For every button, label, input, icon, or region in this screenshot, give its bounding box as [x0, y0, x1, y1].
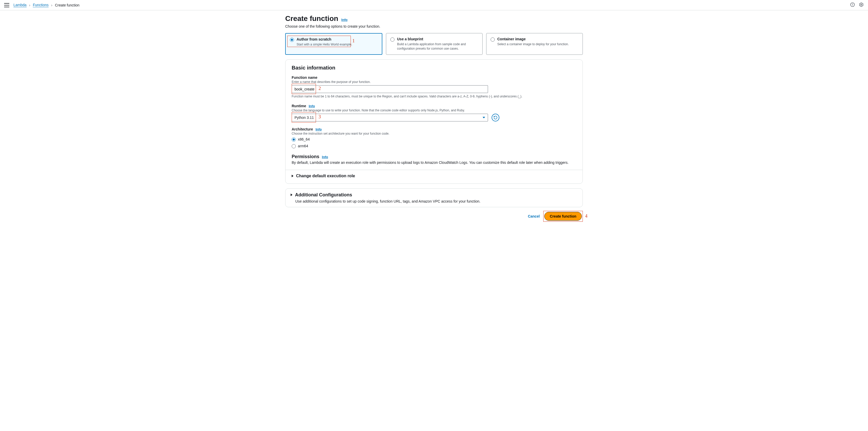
caret-right-icon [292, 175, 293, 177]
function-name-hint: Enter a name that describes the purpose … [292, 80, 576, 84]
architecture-option-label: arm64 [298, 144, 308, 148]
cancel-button[interactable]: Cancel [528, 214, 540, 218]
radio-icon [390, 37, 395, 41]
function-name-field: Function name Enter a name that describe… [292, 75, 576, 98]
architecture-option-label: x86_64 [298, 137, 310, 141]
hamburger-menu-icon[interactable] [4, 3, 9, 7]
architecture-option-x86[interactable]: x86_64 [292, 137, 493, 142]
annotation-1: 1 [352, 38, 355, 44]
annotation-3: 3 [318, 114, 321, 120]
option-desc: Build a Lambda application from sample c… [397, 42, 478, 51]
svg-point-2 [852, 4, 853, 4]
architecture-field: Architecture Info Choose the instruction… [292, 127, 493, 148]
additional-config-panel: Additional Configurations Use additional… [285, 188, 583, 207]
runtime-label: Runtime [292, 104, 306, 108]
option-author-from-scratch[interactable]: Author from scratch Start with a simple … [285, 33, 382, 55]
create-function-button[interactable]: Create function [544, 212, 582, 221]
breadcrumb-current: Create function [55, 3, 80, 7]
architecture-hint: Choose the instruction set architecture … [292, 132, 493, 135]
panel-title: Basic information [292, 65, 576, 71]
breadcrumb-functions[interactable]: Functions [33, 3, 49, 7]
basic-information-panel: Basic information Function name Enter a … [285, 59, 583, 184]
function-name-input[interactable] [292, 85, 488, 93]
svg-marker-3 [860, 3, 863, 7]
function-name-constraint: Function name must be 1 to 64 characters… [292, 95, 576, 98]
annotation-4: 4 [585, 213, 587, 219]
page-title: Create function [285, 14, 338, 23]
permissions-section: Permissions Info By default, Lambda will… [292, 154, 576, 164]
permissions-text: By default, Lambda will create an execut… [292, 160, 576, 164]
architecture-option-arm64[interactable]: arm64 [292, 144, 493, 148]
runtime-field: Runtime Info Choose the language to use … [292, 104, 576, 121]
option-desc: Select a container image to deploy for y… [497, 42, 569, 47]
refresh-icon [493, 116, 498, 120]
svg-point-4 [861, 4, 862, 5]
runtime-select[interactable]: Python 3.11 [292, 114, 488, 121]
permissions-label: Permissions [292, 154, 319, 159]
option-desc: Start with a simple Hello World example. [297, 42, 352, 47]
main-content: Create function Info Choose one of the f… [279, 10, 589, 231]
additional-config-title: Additional Configurations [295, 192, 352, 198]
info-link[interactable]: Info [341, 18, 347, 22]
execution-role-expander-title: Change default execution role [296, 174, 355, 178]
function-name-label: Function name [292, 75, 317, 80]
breadcrumb-lambda[interactable]: Lambda [13, 3, 27, 7]
permissions-info-link[interactable]: Info [322, 155, 328, 159]
additional-config-desc: Use additional configurations to set up … [295, 199, 578, 203]
info-circle-icon[interactable] [850, 2, 855, 8]
radio-selected-icon [292, 137, 296, 142]
caret-down-icon [483, 117, 485, 118]
runtime-hint: Choose the language to use to write your… [292, 109, 576, 112]
execution-role-expander[interactable]: Change default execution role [292, 174, 576, 178]
additional-config-expander[interactable]: Additional Configurations [291, 192, 578, 198]
architecture-label: Architecture [292, 127, 313, 131]
annotation-2: 2 [318, 86, 321, 91]
settings-icon[interactable] [859, 2, 864, 8]
chevron-right-icon: › [29, 3, 30, 7]
option-use-blueprint[interactable]: Use a blueprint Build a Lambda applicati… [386, 33, 483, 55]
breadcrumb: Lambda › Functions › Create function [13, 3, 80, 7]
option-title: Author from scratch [297, 37, 352, 41]
radio-icon [292, 144, 296, 148]
topbar: Lambda › Functions › Create function [0, 0, 868, 10]
creation-options: Author from scratch Start with a simple … [285, 33, 583, 55]
architecture-info-link[interactable]: Info [315, 127, 322, 131]
option-container-image[interactable]: Container image Select a container image… [486, 33, 583, 55]
option-title: Container image [497, 37, 569, 41]
runtime-info-link[interactable]: Info [309, 104, 315, 108]
radio-selected-icon [290, 38, 294, 42]
refresh-button[interactable] [492, 114, 499, 121]
radio-icon [491, 37, 495, 41]
footer-actions: Cancel Create function 4 [285, 212, 583, 221]
runtime-value: Python 3.11 [294, 116, 314, 120]
caret-right-icon [291, 193, 292, 196]
divider [285, 170, 583, 170]
chevron-right-icon: › [51, 3, 53, 7]
option-title: Use a blueprint [397, 37, 478, 41]
page-subtitle: Choose one of the following options to c… [285, 24, 583, 28]
